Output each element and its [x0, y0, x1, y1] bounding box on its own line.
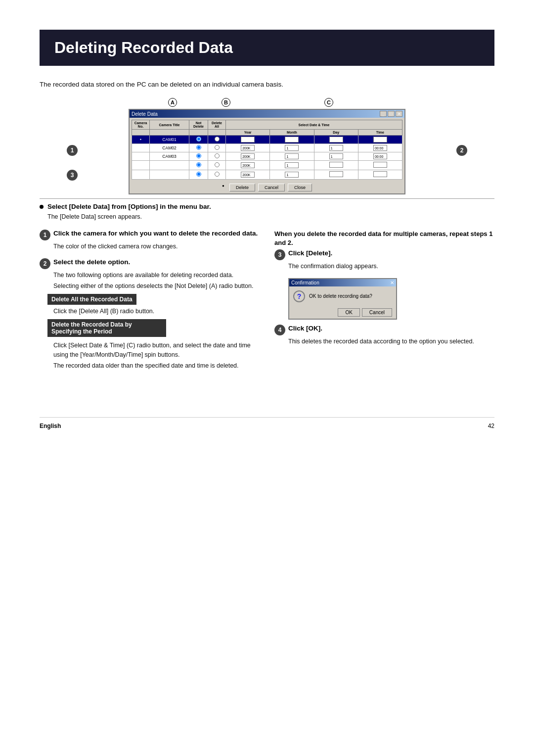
- callout-b-circle: B: [222, 98, 230, 107]
- table-row[interactable]: CAM02 200K 1 1 00:00: [132, 144, 402, 152]
- confirm-close-icon[interactable]: ✕: [390, 280, 394, 285]
- cam-month-cell: 1: [270, 152, 314, 161]
- delete-period-label: Delete the Recorded Data by Specifying t…: [47, 319, 166, 337]
- confirm-body: ? OK to delete recording data?: [289, 286, 396, 306]
- page-title: Deleting Recorded Data: [54, 39, 480, 57]
- table-row[interactable]: 200K 1: [132, 161, 402, 170]
- cam-month-cell: 1: [270, 161, 314, 170]
- cam-year-cell: 200K: [226, 144, 270, 152]
- table-subheader-row: Year Month Day Time: [132, 130, 402, 136]
- page-content: Deleting Recorded Data The recorded data…: [0, 0, 534, 459]
- col-select-date-time: Select Date & Time: [226, 120, 402, 130]
- col-day: Day: [314, 130, 358, 136]
- cam-day-cell: 1: [314, 144, 358, 152]
- table-row[interactable]: CAM03 200K 1 1 00:00: [132, 152, 402, 161]
- titlebar-buttons: _ □ ✕: [380, 111, 402, 117]
- close-button[interactable]: Close: [288, 184, 312, 191]
- step-2-body5: The recorded data older than the specifi…: [40, 361, 260, 371]
- step-1-num: 1: [40, 230, 50, 240]
- left-column: 1 Click the camera for which you want to…: [40, 230, 260, 378]
- bullet-select-section: Select [Delete Data] from [Options] in t…: [40, 203, 494, 222]
- dialog-button-bar: ● Delete Cancel Close: [130, 182, 404, 193]
- bullet-select-body: The [Delete Data] screen appears.: [40, 212, 494, 222]
- minimize-button[interactable]: _: [380, 111, 387, 117]
- step-4-header-text: Click [OK].: [288, 325, 322, 332]
- cam-day-cell: 1: [314, 136, 358, 144]
- step-3-num: 3: [274, 249, 285, 260]
- when-note: When you delete the recorded data for mu…: [274, 230, 494, 247]
- cam-not-delete-cell[interactable]: [189, 170, 208, 180]
- col-time: Time: [358, 130, 402, 136]
- table-row[interactable]: 200K 1: [132, 170, 402, 180]
- intro-text: The recorded data stored on the PC can b…: [40, 81, 494, 88]
- cam-delete-all-cell[interactable]: [208, 144, 226, 152]
- side-label-3: 3: [67, 170, 78, 181]
- cam-day-cell: [314, 170, 358, 180]
- cam-not-delete-cell[interactable]: [189, 136, 208, 144]
- cam-title-cell: [150, 170, 189, 180]
- step-3-block: 3 Click [Delete]. The confirmation dialo…: [274, 249, 494, 271]
- step-2-num: 2: [40, 258, 50, 269]
- cam-no-cell: [132, 144, 150, 152]
- callout-c: C: [324, 98, 333, 107]
- confirm-titlebar: Confirmation ✕: [289, 279, 396, 286]
- cam-not-delete-cell[interactable]: [189, 152, 208, 161]
- col-empty1: [132, 130, 150, 136]
- confirm-cancel-button[interactable]: Cancel: [362, 308, 392, 317]
- close-icon[interactable]: ✕: [396, 111, 402, 117]
- maximize-button[interactable]: □: [388, 111, 395, 117]
- step-3-header-text: Click [Delete].: [288, 249, 332, 257]
- step-2-body4: Click [Select Date & Time] (C) radio but…: [40, 341, 260, 360]
- cam-delete-all-cell[interactable]: [208, 136, 226, 144]
- step-4-block: 4 Click [OK]. This deletes the recorded …: [274, 325, 494, 346]
- table-row[interactable]: • CAM01 200K 1 1 00:00: [132, 136, 402, 144]
- step-3-header: 3 Click [Delete].: [274, 249, 494, 260]
- cam-year-cell: 200K: [226, 136, 270, 144]
- cam-time-cell: 00:00: [358, 144, 402, 152]
- col-year: Year: [226, 130, 270, 136]
- dialog-title: Delete Data: [132, 111, 158, 117]
- side-label-1: 1: [67, 145, 78, 156]
- cam-delete-all-cell[interactable]: [208, 152, 226, 161]
- cancel-button[interactable]: Cancel: [258, 184, 285, 191]
- col-empty3: [189, 130, 208, 136]
- confirm-ok-button[interactable]: OK: [338, 308, 359, 317]
- cam-no-cell: [132, 161, 150, 170]
- col-camera-no: Camera No.: [132, 120, 150, 130]
- confirmation-dialog: Confirmation ✕ ? OK to delete recording …: [288, 278, 397, 320]
- bullet-dot: [40, 205, 44, 209]
- footer-page-number: 42: [488, 423, 494, 429]
- bullet-header: Select [Delete Data] from [Options] in t…: [40, 203, 494, 210]
- cam-month-cell: 1: [270, 136, 314, 144]
- camera-table: Camera No. Camera Title Not Delete Delet…: [132, 120, 402, 180]
- col-empty2: [150, 130, 189, 136]
- cam-delete-all-cell[interactable]: [208, 170, 226, 180]
- col-month: Month: [270, 130, 314, 136]
- step-1-block: 1 Click the camera for which you want to…: [40, 230, 260, 251]
- callout-a-circle: A: [168, 98, 177, 107]
- step-4-header: 4 Click [OK].: [274, 325, 494, 335]
- cam-not-delete-cell[interactable]: [189, 144, 208, 152]
- cam-title-cell: CAM02: [150, 144, 189, 152]
- step-2-block: 2 Select the delete option. The two foll…: [40, 258, 260, 371]
- col-empty4: [208, 130, 226, 136]
- cam-year-cell: 200K: [226, 161, 270, 170]
- step-2-body1: The two following options are available …: [40, 271, 260, 280]
- cam-day-cell: 1: [314, 152, 358, 161]
- delete-icon: ●: [222, 184, 224, 191]
- cam-not-delete-cell[interactable]: [189, 161, 208, 170]
- cam-month-cell: 1: [270, 144, 314, 152]
- col-delete-all: Delete All: [208, 120, 226, 130]
- confirm-message: OK to delete recording data?: [309, 293, 372, 299]
- callout-c-circle: C: [324, 98, 333, 107]
- step-2-header: 2 Select the delete option.: [40, 258, 260, 269]
- delete-button[interactable]: Delete: [229, 184, 255, 191]
- cam-no-cell: [132, 170, 150, 180]
- cam-time-cell: 00:00: [358, 136, 402, 144]
- col-camera-title: Camera Title: [150, 120, 189, 130]
- cam-no-cell: •: [132, 136, 150, 144]
- footer-language: English: [40, 423, 61, 429]
- cam-delete-all-cell[interactable]: [208, 161, 226, 170]
- section-divider: [40, 198, 494, 199]
- two-column-layout: 1 Click the camera for which you want to…: [40, 230, 494, 378]
